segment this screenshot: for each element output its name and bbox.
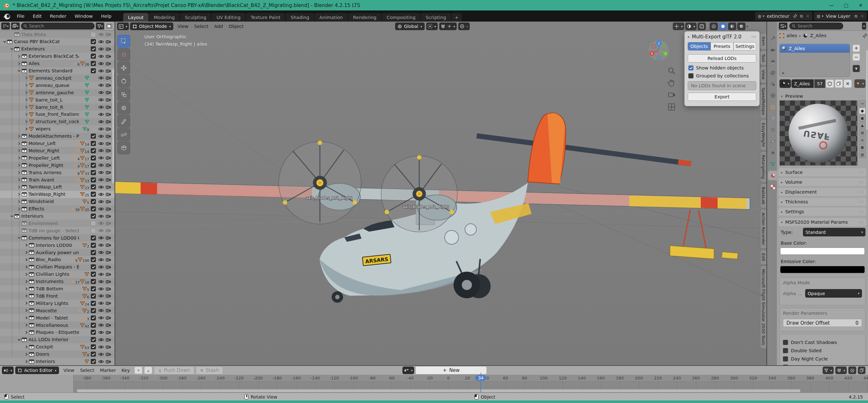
hide-eye-icon[interactable] [98, 271, 104, 277]
outliner-row-doors[interactable]: Doors8 [0, 351, 115, 358]
zoom-view-icon[interactable] [668, 67, 676, 75]
outliner-row-barre-toit-l[interactable]: barre_toit_L [0, 96, 115, 103]
hide-eye-icon[interactable] [98, 90, 104, 96]
workspace-tab-rendering[interactable]: Rendering [348, 13, 381, 22]
push-down-button[interactable]: Push Down [154, 367, 194, 374]
dopesheet-menu-select[interactable]: Select [77, 368, 97, 373]
exclude-checkbox[interactable] [90, 133, 96, 139]
hide-eye-icon[interactable] [98, 126, 104, 132]
delete-scene-icon[interactable]: ✕ [805, 13, 811, 19]
exclude-checkbox[interactable] [90, 278, 96, 285]
disable-render-camera-icon[interactable] [105, 184, 112, 190]
section-settings[interactable]: ▸Settings [778, 208, 866, 216]
exclude-checkbox[interactable] [90, 271, 96, 277]
disable-render-camera-icon[interactable] [105, 60, 112, 67]
reload-lods-button[interactable]: Reload LODs [688, 54, 756, 63]
workspace-tab-layout[interactable]: Layout [123, 13, 148, 22]
outliner-row-anneau-cockpit[interactable]: anneau_cockpit [0, 74, 115, 82]
outliner-row-propeller-left[interactable]: Propeller_Left417 [0, 154, 115, 161]
remove-slot-button[interactable]: − [852, 53, 860, 61]
sidebar-tab-view[interactable]: View [760, 66, 767, 83]
preview-shape-button[interactable]: ◎ [859, 137, 866, 144]
disable-render-camera-icon[interactable] [105, 242, 112, 248]
hide-eye-icon[interactable] [98, 206, 104, 212]
properties-tab-output-icon[interactable] [768, 57, 778, 66]
hide-eye-icon[interactable] [98, 329, 104, 335]
disable-render-camera-icon[interactable] [105, 75, 112, 81]
disable-render-camera-icon[interactable] [105, 140, 112, 147]
scene-selector[interactable]: ◍ ▾ extincteur ⧉ ✕ [755, 12, 812, 20]
preview-shape-button[interactable]: ▦ [859, 144, 866, 151]
sidebar-tab-tool[interactable]: Tool [760, 51, 767, 65]
base-color-swatch[interactable] [780, 248, 865, 255]
outliner-row-exterieurs-blackcat-5a[interactable]: Exterieurs BlackCat 5A [0, 53, 115, 60]
transform-orientation-dropdown[interactable]: Global▾ [395, 23, 425, 30]
workspace-tab-uv-editing[interactable]: UV Editing [212, 13, 245, 22]
exclude-checkbox[interactable] [90, 31, 96, 38]
workspace-tab-compositing[interactable]: Compositing [382, 13, 420, 22]
hide-eye-icon[interactable] [98, 322, 104, 329]
outliner-row-interiors-lod00[interactable]: Interiors LOD002 [0, 242, 115, 249]
view-layer-selector[interactable]: ▤ ▾ View Layer ⧉ ✕ [814, 12, 867, 20]
disable-render-camera-icon[interactable] [105, 344, 112, 350]
new-scene-icon[interactable]: ⧉ [798, 13, 805, 19]
dopesheet-filter-button[interactable]: ▾ [823, 367, 834, 374]
hide-eye-icon[interactable] [98, 300, 104, 307]
properties-tab-render-icon[interactable] [768, 45, 778, 55]
hide-eye-icon[interactable] [98, 169, 104, 176]
sidebar-tab-speedretopo[interactable]: SpeedRetopo [760, 84, 767, 118]
exclude-checkbox[interactable] [90, 264, 96, 270]
add-workspace-button[interactable]: + [452, 13, 462, 22]
disable-render-camera-icon[interactable] [105, 278, 112, 285]
tool-transform[interactable] [117, 101, 130, 114]
stash-button[interactable]: Stash [196, 367, 223, 374]
workspace-tab-shading[interactable]: Shading [286, 13, 314, 22]
viewport-menu-object[interactable]: Object [226, 24, 247, 29]
hide-eye-icon[interactable] [98, 198, 104, 205]
disable-render-camera-icon[interactable] [105, 286, 112, 292]
drag-grip-icon[interactable] [751, 35, 756, 38]
fake-user-shield-button[interactable] [826, 79, 834, 88]
outliner-row-elements-standard[interactable]: Elements Standard [0, 67, 115, 74]
disable-render-camera-icon[interactable] [105, 198, 112, 205]
expand-icon[interactable] [24, 331, 29, 334]
outliner-row-interieurs[interactable]: Interieurs [0, 213, 115, 220]
sidebar-tab-microsoft-flight-simulator-2020-tools[interactable]: Microsoft Flight Simulator 2020 Tools [760, 266, 767, 349]
hide-eye-icon[interactable] [98, 242, 104, 248]
hide-eye-icon[interactable] [98, 351, 104, 357]
export-tab-settings[interactable]: Settings [734, 42, 756, 51]
tool-measure[interactable] [117, 128, 130, 141]
outliner-row-all-lods-interior[interactable]: ALL LODs Interior [0, 336, 115, 343]
pin-icon[interactable] [863, 33, 867, 38]
disable-render-camera-icon[interactable] [105, 206, 112, 212]
proportional-editing-toggle[interactable]: ▾ [458, 23, 470, 30]
properties-tab-physics-icon[interactable] [768, 136, 778, 146]
minimize-button[interactable]: — [824, 0, 839, 10]
hide-eye-icon[interactable] [98, 264, 104, 270]
disable-render-camera-icon[interactable] [105, 322, 112, 329]
disable-render-camera-icon[interactable] [105, 300, 112, 307]
hide-eye-icon[interactable] [98, 191, 104, 197]
properties-tab-texture-icon[interactable] [768, 182, 778, 192]
exclude-checkbox[interactable] [90, 53, 96, 59]
pin-icon[interactable] [792, 13, 798, 19]
hide-eye-icon[interactable] [98, 111, 104, 117]
disable-render-camera-icon[interactable] [105, 315, 112, 321]
disable-render-camera-icon[interactable] [105, 351, 112, 357]
preview-shape-button[interactable]: ▤ [859, 129, 866, 136]
close-button[interactable]: ✕ [854, 0, 868, 10]
properties-tab-tool-icon[interactable] [768, 34, 778, 43]
sidebar-tab-edit[interactable]: Edit [760, 250, 767, 265]
new-view-layer-icon[interactable]: ⧉ [853, 13, 859, 19]
sidebar-tab-bakelab[interactable]: BakeLab [760, 183, 767, 208]
expand-icon[interactable] [24, 127, 29, 131]
expand-icon[interactable] [24, 345, 29, 349]
viewport-menu-view[interactable]: View [175, 24, 191, 29]
expand-icon[interactable] [24, 251, 29, 254]
hide-eye-icon[interactable] [98, 336, 104, 343]
browse-material-button[interactable]: ▾ [779, 79, 791, 88]
action-editor-dropdown[interactable]: Action Editor▾ [15, 367, 59, 374]
aircraft-wing-float[interactable] [670, 210, 738, 259]
exclude-checkbox[interactable] [90, 198, 96, 205]
viewport-3d[interactable]: ARSARS axis_blades_L01_Right axis_blades… [115, 22, 767, 365]
